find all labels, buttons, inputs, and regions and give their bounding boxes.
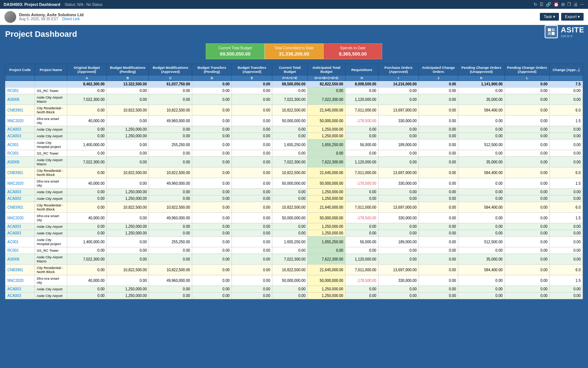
cell-19-8: 0.00 <box>378 254 419 265</box>
project-name: Asite City Airport <box>35 293 67 299</box>
cell-17-10: 512,500.00 <box>458 237 505 247</box>
col-header-0: Project Code <box>6 64 35 75</box>
cell-12-3: 0.00 <box>192 195 232 202</box>
col-letter-6: E <box>232 75 272 81</box>
total-cell-12: 7.5 <box>549 81 582 88</box>
cell-18-2: 0.00 <box>149 247 192 254</box>
project-name: City Residential - North Block <box>35 167 67 178</box>
table-wrapper[interactable]: Project CodeProject NameOriginal Budget … <box>5 64 583 299</box>
cell-6-4: 0.00 <box>232 139 272 150</box>
cell-5-8: 0.00 <box>378 133 419 139</box>
cell-14-4: 0.00 <box>232 213 272 223</box>
cell-4-4: 0.00 <box>232 126 272 133</box>
cell-2-9: 0.00 <box>419 105 458 116</box>
project-code[interactable]: ACA003 <box>6 195 35 202</box>
cell-22-4: 0.00 <box>232 286 272 293</box>
cell-22-0: 0.00 <box>67 286 107 293</box>
cell-3-4: 0.00 <box>232 116 272 126</box>
project-code[interactable]: RC001 <box>6 88 35 94</box>
total-row: 8,462,300.0013,322,500.0061,037,750.000.… <box>6 81 583 88</box>
cell-11-11: 0.00 <box>505 189 549 195</box>
cell-15-7: 0.00 <box>345 223 378 230</box>
project-code[interactable]: NNC2020 <box>6 178 35 189</box>
project-code[interactable]: AC001 <box>6 237 35 247</box>
cell-9-4: 0.00 <box>232 167 272 178</box>
cell-13-12: 6.0 <box>549 202 582 213</box>
project-code[interactable]: CNB3901 <box>6 265 35 275</box>
cell-9-9: 0.00 <box>419 167 458 178</box>
project-code[interactable]: ACA003 <box>6 133 35 139</box>
project-code[interactable]: NNC2020 <box>6 275 35 286</box>
project-code[interactable]: ACA003 <box>6 126 35 133</box>
more-icon[interactable]: ⋯ <box>580 2 584 7</box>
table-row: CNB3901City Residential - North Block0.0… <box>6 167 583 178</box>
project-code[interactable]: ASI006 <box>6 94 35 105</box>
cell-6-1: 0.00 <box>107 139 149 150</box>
project-code[interactable]: ACA003 <box>6 223 35 230</box>
project-code[interactable]: CNB3901 <box>6 202 35 213</box>
project-code[interactable]: RC001 <box>6 150 35 157</box>
cell-5-10: 0.00 <box>458 133 505 139</box>
cell-15-0: 0.00 <box>67 223 107 230</box>
link-icon[interactable]: 🔗 <box>546 2 551 7</box>
cell-18-0: 0.00 <box>67 247 107 254</box>
cell-3-11: 0.00 <box>505 116 549 126</box>
clock-icon[interactable]: ⏰ <box>553 2 559 7</box>
project-code[interactable]: ACA003 <box>6 293 35 299</box>
main-content: ASITE Get to it Project Dashboard Curren… <box>0 25 588 368</box>
cell-15-9: 0.00 <box>419 223 458 230</box>
cell-12-4: 0.00 <box>232 195 272 202</box>
cell-23-5: 0.00 <box>272 293 308 299</box>
project-code[interactable]: AC001 <box>6 139 35 150</box>
cell-3-9: 0.00 <box>419 116 458 126</box>
project-code[interactable]: ACA003 <box>6 230 35 237</box>
table-row: NNC2020Dho-ora smart city40,000.000.0049… <box>6 116 583 126</box>
project-code[interactable]: ACA003 <box>6 189 35 195</box>
grid-icon[interactable]: ⊞ <box>561 2 565 7</box>
cell-8-7: 1,120,000.00 <box>345 157 378 167</box>
cell-0-0: 0.00 <box>67 88 107 94</box>
project-code[interactable]: RC001 <box>6 247 35 254</box>
project-code[interactable]: NNC2020 <box>6 213 35 223</box>
project-code[interactable]: ASI006 <box>6 157 35 167</box>
table-row: ACA003Asite City Airport0.001,250,000.00… <box>6 286 583 293</box>
cell-17-8: 189,000.00 <box>378 237 419 247</box>
refresh-icon[interactable]: ↻ <box>534 2 537 7</box>
table-row: CNB3901City Residential - North Block0.0… <box>6 265 583 275</box>
cell-2-2: 10,822,500.00 <box>149 105 192 116</box>
cell-20-11: 0.00 <box>505 265 549 275</box>
cell-2-12: 6.0 <box>549 105 582 116</box>
table-row: AC001Asite City Hospital project1,400,00… <box>6 237 583 247</box>
cell-17-11: 0.00 <box>505 237 549 247</box>
cell-19-6: 7,622,300.00 <box>308 254 345 265</box>
copy-icon[interactable]: ❐ <box>567 2 571 7</box>
project-name: Asite City Airport <box>35 223 67 230</box>
col-letter-0 <box>6 75 35 81</box>
task-button[interactable]: Task ▾ <box>540 13 559 21</box>
print-icon[interactable]: 🖨 <box>573 2 578 7</box>
cell-8-5: 7,022,300.00 <box>272 157 308 167</box>
project-code[interactable]: ACA003 <box>6 286 35 293</box>
cell-10-6: 50,000,000.00 <box>308 178 345 189</box>
cell-7-3: 0.00 <box>192 150 232 157</box>
export-button[interactable]: Export ▾ <box>561 13 584 21</box>
total-cell-7: 8,008,500.00 <box>345 81 378 88</box>
project-code[interactable]: ASI006 <box>6 254 35 265</box>
list-icon[interactable]: ☰ <box>539 2 544 7</box>
direct-link[interactable]: Direct Link <box>62 17 80 21</box>
top-bar: DASH003: Project Dashboard Status: N/A -… <box>0 0 588 9</box>
cell-13-4: 0.00 <box>232 202 272 213</box>
cell-19-5: 7,022,300.00 <box>272 254 308 265</box>
project-code[interactable]: CNB3901 <box>6 167 35 178</box>
cell-10-10: 0.00 <box>458 178 505 189</box>
cell-19-11: 0.00 <box>505 254 549 265</box>
cell-16-4: 0.00 <box>232 230 272 237</box>
cell-16-10: 0.00 <box>458 230 505 237</box>
project-name: City Residential - North Block <box>35 202 67 213</box>
cell-21-1: 0.00 <box>107 275 149 286</box>
cell-3-1: 0.00 <box>107 116 149 126</box>
table-row: RC001SS_RC Tower0.000.000.000.000.000.00… <box>6 247 583 254</box>
cell-4-2: 0.00 <box>149 126 192 133</box>
project-code[interactable]: NNC2020 <box>6 116 35 126</box>
project-code[interactable]: CNB3901 <box>6 105 35 116</box>
